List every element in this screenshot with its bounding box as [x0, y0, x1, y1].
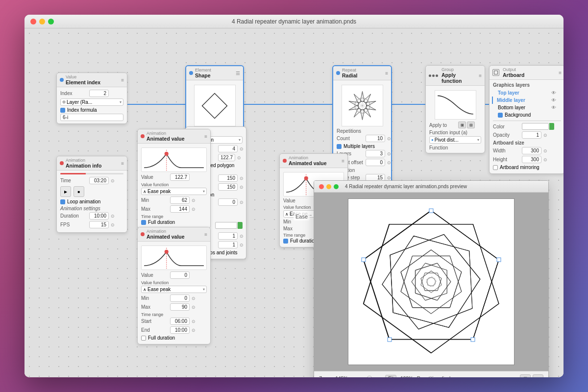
duration-value[interactable]: 10:00	[89, 212, 109, 220]
node-menu-icon[interactable]: ≡	[121, 77, 124, 83]
dur-stepper[interactable]: ⊙	[111, 214, 115, 219]
av3-func-select[interactable]: ∧ Ease peak ▾	[141, 286, 207, 293]
av1-value[interactable]: 122.7	[170, 173, 190, 181]
av2-menu[interactable]: ≡	[342, 158, 344, 164]
func-input-select[interactable]: ● Pivot dist... ▾	[429, 136, 481, 144]
y-stepper[interactable]: ⊙	[240, 185, 244, 190]
apply-to-buttons[interactable]: ⊞ ⊟	[458, 122, 475, 128]
diameter-value[interactable]: 122.7	[218, 154, 235, 161]
av3-fd-checkbox[interactable]	[141, 336, 146, 341]
top-layer-row[interactable]: Top layer 👁	[493, 89, 561, 97]
sides-stepper[interactable]: ⊙	[240, 147, 244, 151]
bottom-layer-eye[interactable]: 👁	[551, 105, 556, 110]
av3-max-value[interactable]: 90	[170, 303, 190, 311]
sides-value[interactable]: 4	[218, 145, 238, 152]
av3-value[interactable]: 0	[170, 271, 190, 279]
av3-start-value[interactable]: 06:00	[170, 318, 190, 325]
angle-value[interactable]: 0	[218, 198, 238, 206]
output-color-green[interactable]	[549, 123, 554, 130]
output-width-value[interactable]: 300	[522, 147, 541, 154]
zoom-thumb[interactable]	[367, 376, 372, 378]
opacity-value[interactable]: 1	[218, 232, 238, 240]
diam-stepper[interactable]: ⊙	[237, 155, 241, 160]
min1-stepper[interactable]: ⊙	[192, 198, 196, 203]
count-stepper[interactable]: ⊙	[387, 136, 391, 141]
grid-view-button[interactable]: ⊞	[520, 374, 531, 378]
output-menu[interactable]: ≡	[559, 70, 562, 75]
apply-btn2[interactable]: ⊟	[467, 122, 475, 128]
end-stepper[interactable]: ⊙	[192, 328, 196, 333]
op-stepper[interactable]: ⊙	[240, 234, 244, 239]
av3-menu[interactable]: ≡	[204, 232, 207, 237]
av1-fd-checkbox[interactable]	[141, 220, 146, 225]
bottom-layer-row[interactable]: Bottom layer 👁	[493, 104, 561, 111]
play-button[interactable]: ▶	[60, 186, 71, 197]
time-stepper[interactable]: ⊙	[111, 178, 115, 183]
fullscreen-button[interactable]: ⤢	[533, 374, 543, 378]
w-stepper[interactable]: ⊙	[240, 243, 244, 247]
max1-stepper[interactable]: ⊙	[192, 207, 196, 212]
offset-stepper[interactable]: ⊙	[387, 160, 391, 165]
max3-stepper[interactable]: ⊙	[192, 305, 196, 310]
anim-menu[interactable]: ≡	[121, 161, 124, 166]
index-value[interactable]: 2	[89, 90, 109, 97]
h-stepper[interactable]: ⊙	[543, 157, 547, 162]
output-opacity-value[interactable]: 1	[522, 131, 541, 139]
middle-layer-eye[interactable]: 👁	[551, 98, 556, 103]
close-button[interactable]	[30, 19, 36, 24]
av1-func-select[interactable]: ∧ Ease peak ▾	[141, 188, 207, 195]
maximize-button[interactable]	[48, 19, 54, 24]
output-color-swatch[interactable]	[522, 123, 549, 130]
x-stepper[interactable]: ⊙	[240, 176, 244, 181]
av1-min-value[interactable]: 62	[170, 196, 190, 204]
apply-btn1[interactable]: ⊞	[458, 122, 466, 128]
formula-checkbox[interactable]	[60, 108, 65, 113]
stroke-color-green[interactable]	[238, 222, 243, 229]
stroke-color-swatch-group[interactable]	[215, 222, 243, 229]
preview-close[interactable]	[319, 184, 324, 189]
min3-stepper[interactable]: ⊙	[192, 296, 196, 301]
loop-checkbox[interactable]	[60, 199, 65, 204]
av1-dot	[141, 134, 145, 138]
layers-stepper[interactable]: ⊙	[387, 151, 391, 156]
node-canvas[interactable]: Value Element index ≡ Index 2 ⚙ Layer (R…	[24, 28, 564, 377]
av1-menu[interactable]: ≡	[204, 134, 207, 139]
stroke-color-swatch[interactable]	[215, 222, 237, 229]
av3-end-value[interactable]: 10:00	[170, 326, 190, 334]
preview-maximize[interactable]	[334, 184, 339, 189]
av1-max-value[interactable]: 144	[170, 205, 190, 213]
y-value[interactable]: 150	[218, 183, 238, 191]
radial-menu[interactable]: ≡	[385, 71, 388, 76]
output-height-value[interactable]: 300	[522, 156, 541, 163]
shape-menu[interactable]: ☰	[236, 71, 240, 76]
time-value[interactable]: 03:20	[89, 177, 109, 184]
step-stepper[interactable]: ⊙	[387, 175, 391, 180]
preview-minimize[interactable]	[326, 184, 331, 189]
count-offset-value[interactable]: 0	[366, 159, 385, 166]
fps-value[interactable]: 15	[89, 221, 109, 228]
av1-type: Animation	[147, 131, 185, 136]
mirroring-checkbox[interactable]	[493, 165, 498, 170]
minimize-button[interactable]	[39, 19, 45, 24]
apply-menu[interactable]: ≡	[479, 73, 482, 78]
angle-stepper[interactable]: ⊙	[240, 200, 244, 205]
width-value[interactable]: 1	[218, 241, 238, 248]
middle-layer-row[interactable]: Middle layer 👁	[492, 97, 561, 104]
fit-label[interactable]: Fit	[385, 375, 396, 377]
x-value[interactable]: 150	[218, 174, 238, 182]
av2-fd-checkbox[interactable]	[283, 239, 288, 244]
color-swatch-group[interactable]	[522, 123, 554, 130]
op2-stepper[interactable]: ⊙	[543, 133, 547, 138]
formula-value[interactable]: 6-i	[60, 114, 123, 121]
layer-select[interactable]: ⚙ Layer (Ra... ▾	[60, 98, 123, 106]
layers-value[interactable]: 3	[366, 150, 385, 157]
stop-button[interactable]: ■	[74, 186, 84, 197]
start-stepper[interactable]: ⊙	[192, 319, 196, 324]
fps-stepper[interactable]: ⊙	[111, 222, 115, 227]
top-layer-eye[interactable]: 👁	[551, 90, 556, 96]
bg-checkbox[interactable]	[498, 113, 503, 118]
multilayer-checkbox[interactable]	[337, 144, 342, 149]
w2-stepper[interactable]: ⊙	[543, 148, 547, 153]
count-value[interactable]: 10	[366, 135, 385, 142]
av3-min-value[interactable]: 0	[170, 294, 190, 302]
